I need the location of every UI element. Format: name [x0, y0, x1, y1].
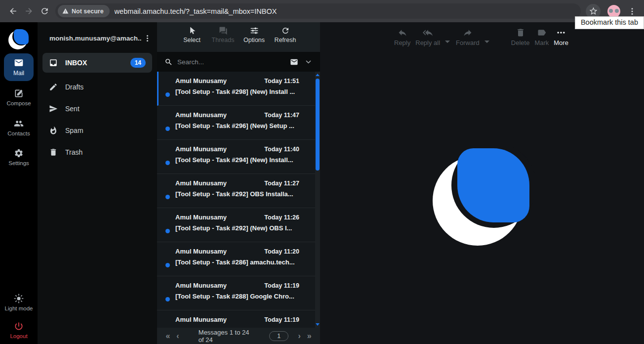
scroll-down-arrow[interactable]: [316, 323, 320, 326]
prev-page-button: ‹: [173, 332, 183, 341]
options-button[interactable]: Options: [242, 26, 267, 52]
unread-dot: [165, 195, 170, 199]
folder-label: Spam: [65, 127, 83, 134]
back-icon: [8, 6, 18, 16]
reply-all-caret-icon: [445, 41, 450, 45]
folder-item-sent[interactable]: Sent: [42, 98, 152, 120]
folder-panel: monish.munusamy@amach... INBOX 14 Drafts: [38, 22, 157, 344]
roundcube-logo: [8, 29, 29, 49]
message-sender: Amul Munusamy: [175, 282, 227, 289]
unread-dot: [165, 92, 170, 97]
reply-label: Reply: [394, 39, 410, 46]
bookmark-tooltip: Bookmark this tab: [575, 16, 644, 29]
forward-caret-icon: [484, 41, 489, 45]
logout-button[interactable]: Logout: [0, 321, 38, 339]
message-date: Today 11:19: [264, 316, 299, 323]
url-text: webmail.amachu.tech/?_task=mail&_mbox=IN…: [115, 7, 277, 15]
list-toolbar: Select Threads Options Refresh: [157, 22, 320, 52]
screen: Not secure webmail.amachu.tech/?_task=ma…: [0, 0, 644, 344]
message-subject: [Tool Setup - Task #288] Google Chro...: [175, 293, 299, 300]
security-chip-label: Not secure: [72, 8, 104, 15]
message-row[interactable]: Amul Munusamy Today 11:20 [Tool Setup - …: [157, 242, 320, 276]
folder-label: Sent: [65, 105, 80, 113]
back-button[interactable]: [5, 3, 21, 19]
folder-item-drafts[interactable]: Drafts: [42, 76, 152, 98]
folder-item-trash[interactable]: Trash: [42, 141, 152, 163]
unread-dot: [165, 263, 170, 267]
message-sender: Amul Munusamy: [175, 77, 227, 85]
gear-icon: [14, 148, 24, 158]
reply-all-button: Reply all: [415, 28, 440, 46]
unread-dot: [165, 161, 170, 165]
select-button[interactable]: Select: [180, 26, 204, 52]
rail-item-contacts[interactable]: Contacts: [0, 119, 38, 136]
message-date: Today 11:27: [264, 180, 299, 187]
rail-item-mail[interactable]: Mail: [4, 53, 34, 81]
mark-label: Mark: [534, 39, 549, 46]
reload-button[interactable]: [37, 3, 52, 19]
more-dots-icon: [556, 28, 566, 38]
address-bar[interactable]: Not secure webmail.amachu.tech/?_task=ma…: [55, 3, 581, 19]
refresh-button[interactable]: Refresh: [273, 26, 298, 52]
search-input[interactable]: [177, 58, 285, 66]
folder-item-inbox[interactable]: INBOX 14: [42, 53, 152, 73]
message-date: Today 11:26: [264, 214, 299, 221]
search-bar: [157, 52, 320, 72]
folder-label: Drafts: [65, 83, 83, 91]
refresh-label: Refresh: [275, 37, 296, 43]
reply-icon: [398, 28, 407, 38]
message-subject: [Tool Setup - Task #296] (New) Setup ...: [175, 122, 299, 129]
folder-list: INBOX 14 Drafts Sent Spam Trash: [38, 48, 157, 163]
message-row[interactable]: Amul Munusamy Today 11:26 [Tool Setup - …: [157, 208, 320, 242]
message-row[interactable]: Amul Munusamy Today 11:51 [Tool Setup - …: [157, 72, 320, 106]
profile-avatar[interactable]: [607, 5, 620, 18]
message-row[interactable]: Amul Munusamy Today 11:47 [Tool Setup - …: [157, 106, 320, 140]
message-subject: [Tool Setup - Task #294] (New) Install..…: [175, 156, 299, 164]
message-row[interactable]: Amul Munusamy Today 11:27 [Tool Setup - …: [157, 174, 320, 208]
message-date: Today 11:47: [264, 112, 299, 119]
kebab-icon: [628, 7, 637, 16]
message-row[interactable]: Amul Munusamy Today 11:19: [157, 310, 320, 328]
rail-item-settings[interactable]: Settings: [0, 148, 38, 166]
page-number[interactable]: 1: [269, 331, 288, 341]
folder-options-button[interactable]: [141, 32, 153, 44]
reload-icon: [40, 6, 49, 16]
scroll-up-arrow[interactable]: [316, 74, 320, 76]
search-icon[interactable]: [164, 58, 173, 66]
folder-item-spam[interactable]: Spam: [42, 120, 152, 141]
message-row[interactable]: Amul Munusamy Today 11:40 [Tool Setup - …: [157, 140, 320, 174]
account-email: monish.munusamy@amach...: [49, 35, 141, 42]
chevron-down-icon[interactable]: [305, 58, 312, 66]
logout-label: Logout: [0, 333, 38, 339]
rail-item-compose[interactable]: Compose: [0, 88, 38, 106]
refresh-icon: [281, 26, 290, 35]
account-row: monish.munusamy@amach...: [38, 22, 157, 48]
more-button[interactable]: More: [554, 28, 568, 46]
roundcube-watermark-logo: [433, 147, 531, 246]
light-mode-toggle[interactable]: Light mode: [0, 294, 38, 311]
pagination-bar: « ‹ Messages 1 to 24 of 24 1 › »: [157, 328, 320, 344]
security-chip[interactable]: Not secure: [58, 5, 110, 17]
contacts-icon: [14, 119, 24, 129]
folder-label: INBOX: [65, 59, 87, 67]
message-sender: Amul Munusamy: [175, 248, 227, 255]
message-sender: Amul Munusamy: [175, 214, 227, 221]
unread-dot: [165, 229, 170, 233]
search-scope-mail-icon[interactable]: [290, 58, 298, 66]
forward-label: Forward: [456, 39, 480, 46]
unread-dot: [165, 297, 170, 301]
reply-button: Reply: [394, 28, 410, 46]
trash-icon: [516, 28, 525, 38]
threads-icon: [219, 26, 228, 35]
next-page-button: ›: [294, 332, 304, 341]
message-row[interactable]: Amul Munusamy Today 11:19 [Tool Setup - …: [157, 276, 320, 310]
scrollbar-thumb[interactable]: [316, 79, 320, 171]
light-mode-label: Light mode: [0, 305, 38, 311]
message-subject: [Tool Setup - Task #292] (New) OBS I...: [175, 224, 299, 232]
message-subject: [Tool Setup - Task #292] OBS Installa...: [175, 190, 299, 198]
compose-icon: [14, 88, 24, 98]
warning-icon: [62, 8, 69, 14]
unread-badge: 14: [130, 58, 146, 68]
trash-icon: [49, 148, 58, 157]
list-scrollbar[interactable]: [315, 72, 320, 328]
